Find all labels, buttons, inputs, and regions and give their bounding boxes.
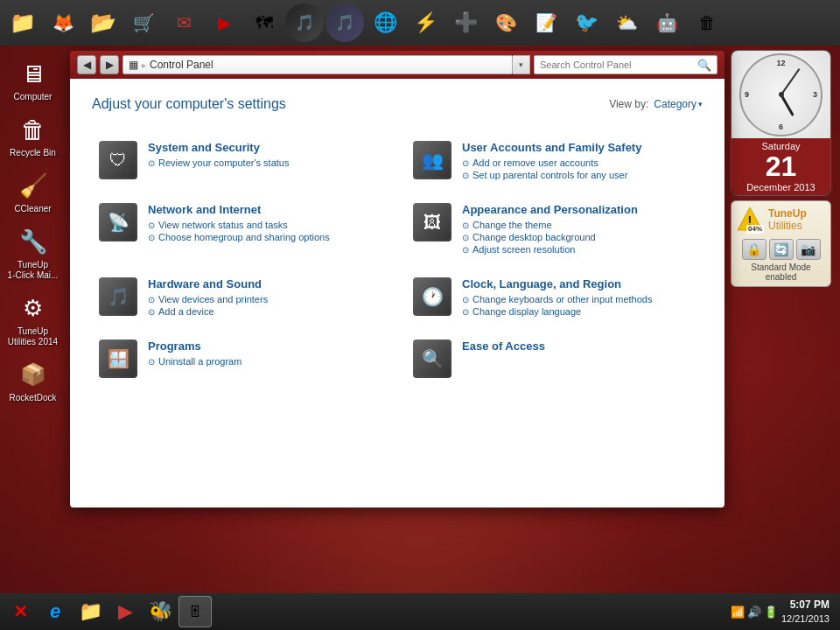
clock-widget: 12 3 6 9 Saturday 21 December 2013 <box>731 50 831 196</box>
tb-trash[interactable]: 🗑 <box>688 4 726 42</box>
address-bar[interactable]: ▦ ▸ Control Panel <box>122 55 513 74</box>
tuneup-btn-1[interactable]: 🔒 <box>742 239 766 260</box>
tuneup-btn-3[interactable]: 📷 <box>796 239 821 260</box>
desktop-icon-rocketdock[interactable]: 📦 RocketDock <box>4 355 63 407</box>
clock-region-link[interactable]: Clock, Language, and Region <box>462 277 696 290</box>
tb-youtube[interactable]: ▶ <box>205 4 243 42</box>
taskbar-equalizer[interactable]: 🎚 <box>178 596 212 627</box>
tb-audio1[interactable]: 🎵 <box>285 4 324 42</box>
back-button[interactable]: ◀ <box>77 55 96 74</box>
tb-finder[interactable]: 📁 <box>4 4 42 42</box>
hour-hand <box>780 94 794 116</box>
cp-item-user-accounts[interactable]: 👥 User Accounts and Family Safety Add or… <box>406 134 703 189</box>
cp-item-clock[interactable]: 🕐 Clock, Language, and Region Change key… <box>406 270 703 326</box>
appearance-sub-0[interactable]: Change the theme <box>462 220 696 230</box>
search-box[interactable]: 🔍 <box>534 55 718 74</box>
network-sub-0[interactable]: View network status and tasks <box>148 220 382 230</box>
right-widgets: 12 3 6 9 Saturday 21 December 2013 ! <box>722 46 840 287</box>
cp-item-ease[interactable]: 🔍 Ease of Access <box>406 332 703 385</box>
ease-access-link[interactable]: Ease of Access <box>462 340 696 353</box>
cp-item-appearance[interactable]: 🖼 Appearance and Personalization Change … <box>406 196 703 263</box>
tuneup1-label: TuneUp1-Click Mai... <box>8 260 59 281</box>
system-security-sub-0[interactable]: Review your computer's status <box>148 158 382 168</box>
user-accounts-sub-0[interactable]: Add or remove user accounts <box>462 158 696 168</box>
user-accounts-icon: 👥 <box>413 141 452 179</box>
taskbar-ie[interactable]: e <box>38 596 72 627</box>
clock-date: Saturday 21 December 2013 <box>732 138 830 195</box>
desktop-icon-tuneup2[interactable]: ⚙ TuneUpUtilities 2014 <box>4 289 63 351</box>
tuneup-status: Standard Modeenabled <box>751 262 810 282</box>
search-icon[interactable]: 🔍 <box>697 59 711 72</box>
hardware-sub-0[interactable]: View devices and printers <box>148 294 382 304</box>
network-text: Network and Internet View network status… <box>148 203 382 244</box>
programs-text: Programs Uninstall a program <box>148 340 382 368</box>
tb-theme[interactable]: 🎨 <box>486 4 525 42</box>
top-taskbar: 📁 🦊 📂 🛒 ✉ ▶ 🗺 🎵 🎵 🌐 ⚡ ➕ 🎨 📝 🐦 ⛅ 🤖 🗑 <box>0 0 840 46</box>
breadcrumb-icon: ▦ <box>129 59 138 71</box>
appearance-sub-2[interactable]: Adjust screen resolution <box>462 244 696 255</box>
view-by-dropdown[interactable]: Category ▾ <box>654 98 703 110</box>
tb-angrybirds[interactable]: 🐦 <box>567 4 606 42</box>
dropdown-arrow-icon: ▾ <box>698 100 703 108</box>
tuneup-title: TuneUp <box>768 207 807 220</box>
user-accounts-sub-1[interactable]: Set up parental controls for any user <box>462 170 696 180</box>
taskbar-time: 5:07 PM <box>781 598 830 612</box>
desktop-icon-ccleaner[interactable]: 🧹 CCleaner <box>4 166 63 218</box>
tb-volt[interactable]: ⚡ <box>406 4 444 42</box>
forward-button[interactable]: ▶ <box>100 55 119 74</box>
tb-appstore[interactable]: 🛒 <box>124 4 163 42</box>
appearance-link[interactable]: Appearance and Personalization <box>462 203 696 216</box>
clock-region-sub-1[interactable]: Change display language <box>462 306 696 317</box>
tb-note[interactable]: 📝 <box>527 4 565 42</box>
cp-item-hardware[interactable]: 🎵 Hardware and Sound View devices and pr… <box>92 270 388 326</box>
tb-audio2[interactable]: 🎵 <box>326 4 364 42</box>
desktop-icon-recycle[interactable]: 🗑 Recycle Bin <box>4 110 63 162</box>
hardware-link[interactable]: Hardware and Sound <box>148 277 382 290</box>
appearance-sub-1[interactable]: Change desktop background <box>462 232 696 242</box>
tuneup2-icon: ⚙ <box>18 292 49 324</box>
user-accounts-link[interactable]: User Accounts and Family Safety <box>462 141 696 154</box>
tb-firefox[interactable]: 🦊 <box>44 4 82 42</box>
cp-item-system-security[interactable]: 🛡 System and Security Review your comput… <box>92 134 388 189</box>
rocketdock-label: RocketDock <box>10 393 57 403</box>
taskbar-spybot[interactable]: 🐝 <box>144 596 177 627</box>
address-dropdown-button[interactable]: ▾ <box>513 55 530 74</box>
network-link[interactable]: Network and Internet <box>148 203 382 216</box>
programs-link[interactable]: Programs <box>148 340 382 353</box>
taskbar-explorer[interactable]: 📁 <box>74 596 107 627</box>
network-sub-1[interactable]: Choose homegroup and sharing options <box>148 232 382 242</box>
taskbar-media[interactable]: ▶ <box>108 596 142 627</box>
system-security-link[interactable]: System and Security <box>148 141 382 154</box>
tb-android[interactable]: 🤖 <box>648 4 686 42</box>
desktop-icon-tuneup1[interactable]: 🔧 TuneUp1-Click Mai... <box>4 222 63 284</box>
clock-day-number: 21 <box>734 151 828 182</box>
tuneup-btn-2[interactable]: 🔄 <box>769 239 794 260</box>
battery-percentage: 04% <box>746 225 764 234</box>
clock-region-sub-0[interactable]: Change keyboards or other input methods <box>462 294 696 304</box>
tb-maps[interactable]: 🗺 <box>245 4 284 42</box>
computer-label: Computer <box>14 92 52 102</box>
appearance-icon: 🖼 <box>413 203 452 242</box>
desktop-icon-computer[interactable]: 🖥 Computer <box>4 54 63 106</box>
programs-sub-0[interactable]: Uninstall a program <box>148 356 382 367</box>
tray-battery-icon: 🔋 <box>764 606 778 619</box>
search-input[interactable] <box>540 60 694 70</box>
tuneup-widget: ! 04% TuneUp Utilities 🔒 🔄 📷 Standard Mo… <box>731 200 831 287</box>
breadcrumb-text: Control Panel <box>150 59 214 71</box>
cp-items-grid: 🛡 System and Security Review your comput… <box>92 134 703 385</box>
tb-calc[interactable]: ➕ <box>446 4 485 42</box>
control-panel-content: Adjust your computer's settings View by:… <box>70 79 724 508</box>
system-security-text: System and Security Review your computer… <box>148 141 382 170</box>
cp-item-network[interactable]: 📡 Network and Internet View network stat… <box>92 196 388 263</box>
cp-item-programs[interactable]: 🪟 Programs Uninstall a program <box>92 332 388 385</box>
tb-folder[interactable]: 📂 <box>84 4 122 42</box>
tb-gmail[interactable]: ✉ <box>164 4 203 42</box>
taskbar-winkey[interactable]: ✕ <box>4 596 37 627</box>
hardware-sub-1[interactable]: Add a device <box>148 306 382 317</box>
tuneup-header: ! 04% TuneUp Utilities <box>736 206 826 234</box>
tb-weather[interactable]: ⛅ <box>607 4 646 42</box>
clock-tray: 5:07 PM 12/21/2013 <box>781 598 830 626</box>
system-security-icon: 🛡 <box>99 141 137 179</box>
recycle-label: Recycle Bin <box>10 148 56 158</box>
tb-globe[interactable]: 🌐 <box>366 4 404 42</box>
